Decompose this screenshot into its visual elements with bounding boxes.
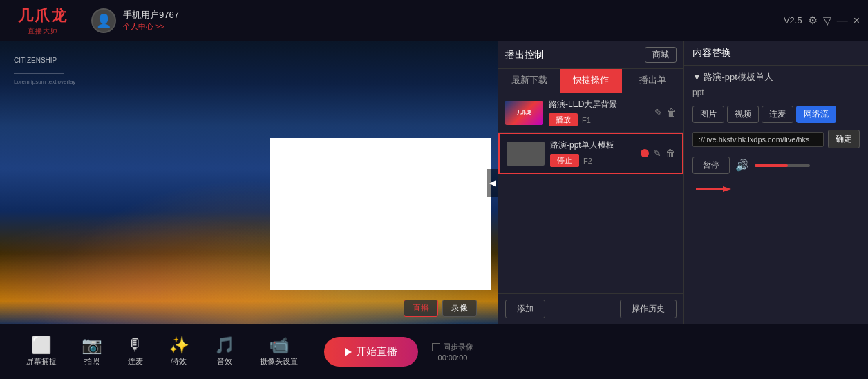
control-footer: 添加 操作历史 xyxy=(498,293,683,324)
photo-label: 拍照 xyxy=(84,356,100,367)
content-panel: 内容替换 ▼ 路演-ppt模板单人 ppt 图片 视频 连麦 网络流 确定 暂停… xyxy=(684,41,868,324)
tool-cohost[interactable]: 🎙 连麦 xyxy=(115,337,156,367)
start-live-label: 开始直播 xyxy=(356,345,397,358)
camera-label: 摄像头设置 xyxy=(260,356,298,367)
tool-photo[interactable]: 📷 拍照 xyxy=(69,337,115,367)
tab-quick[interactable]: 快捷操作 xyxy=(560,69,621,93)
cohost-label: 连麦 xyxy=(128,356,143,367)
avatar: 👤 xyxy=(91,8,116,33)
screen-capture-icon: ⬜ xyxy=(31,337,52,353)
volume-icon[interactable]: 🔊 xyxy=(735,159,749,172)
username: 手机用户9767 xyxy=(123,9,179,21)
stream-url-input[interactable] xyxy=(692,132,824,147)
settings-icon[interactable]: ⚙ xyxy=(808,14,818,27)
playlist-area: 几爪龙 路演-LED大屏背景 播放 F1 ✎ 🗑 xyxy=(498,93,683,293)
tab-stream[interactable]: 网络流 xyxy=(796,106,836,123)
delete-icon-1[interactable]: 🗑 xyxy=(667,107,677,118)
volume-fill xyxy=(755,164,788,167)
key-label-2: F2 xyxy=(583,157,592,165)
bottom-toolbar: ⬜ 屏幕捕捉 📷 拍照 🎙 连麦 ✨ 特效 🎵 音效 📹 摄像头设置 开始直播 … xyxy=(0,324,868,379)
playlist-item[interactable]: 几爪龙 路演-LED大屏背景 播放 F1 ✎ 🗑 xyxy=(498,93,683,133)
ppt-white-box xyxy=(270,138,491,290)
control-panel: 播出控制 商城 最新下载 快捷操作 播出单 几爪龙 路演-LED大屏背景 播放 xyxy=(498,41,684,324)
url-row: 确定 xyxy=(684,126,868,153)
profile-link[interactable]: 个人中心 >> xyxy=(123,21,179,32)
preview-panel: CITIZENSHIP ————————— Lorem ipsum text o… xyxy=(0,41,498,324)
key-label-1: F1 xyxy=(582,116,591,124)
avatar-icon: 👤 xyxy=(96,13,111,28)
tab-video[interactable]: 视频 xyxy=(727,106,759,123)
playlist-name-2: 路演-ppt单人模板 xyxy=(550,139,635,151)
volume-slider[interactable] xyxy=(755,164,810,167)
photo-icon: 📷 xyxy=(82,337,102,353)
user-info: 手机用户9767 个人中心 >> xyxy=(123,9,179,32)
close-icon[interactable]: × xyxy=(853,14,860,27)
preview-overlay-text: CITIZENSHIP ————————— Lorem ipsum text o… xyxy=(14,55,75,87)
item-actions-1: ✎ 🗑 xyxy=(654,107,677,118)
audio-label: 音效 xyxy=(217,356,232,367)
cohost-icon: 🎙 xyxy=(127,337,144,353)
tab-co-host[interactable]: 连麦 xyxy=(762,106,793,123)
mall-button[interactable]: 商城 xyxy=(645,47,677,63)
playlist-info-2: 路演-ppt单人模板 停止 F2 xyxy=(550,139,635,167)
delete-icon-2[interactable]: 🗑 xyxy=(666,148,675,159)
playlist-item-active[interactable]: 路演-ppt单人模板 停止 F2 ✎ 🗑 xyxy=(498,133,683,174)
live-record-bar: 直播 录像 xyxy=(404,300,477,317)
content-title: 内容替换 xyxy=(692,47,860,59)
minimize-icon[interactable]: — xyxy=(837,14,848,27)
sync-checkbox-row: 同步录像 xyxy=(432,342,473,352)
playlist-info-1: 路演-LED大屏背景 播放 F1 xyxy=(549,99,649,126)
main-area: CITIZENSHIP ————————— Lorem ipsum text o… xyxy=(0,41,868,324)
user-area: 👤 手机用户9767 个人中心 >> xyxy=(91,8,784,33)
stop-button-2[interactable]: 停止 xyxy=(550,154,579,167)
tool-screen-capture[interactable]: ⬜ 屏幕捕捉 xyxy=(14,337,69,367)
logo-area: 几爪龙 直播大师 xyxy=(8,6,77,36)
add-button[interactable]: 添加 xyxy=(505,300,545,318)
version-icons: ⚙ ▽ — × xyxy=(808,14,860,27)
edit-icon-1[interactable]: ✎ xyxy=(654,107,663,118)
pause-button[interactable]: 暂停 xyxy=(692,157,730,174)
playlist-thumb-1: 几爪龙 xyxy=(505,101,543,125)
version-area: V2.5 ⚙ ▽ — × xyxy=(784,14,860,27)
effects-icon: ✨ xyxy=(169,337,189,353)
sync-checkbox[interactable] xyxy=(432,343,440,351)
effects-label: 特效 xyxy=(171,356,187,367)
arrow-area xyxy=(684,178,868,203)
history-button[interactable]: 操作历史 xyxy=(620,300,677,318)
logo-sub: 直播大师 xyxy=(28,26,58,36)
dropdown-icon[interactable]: ▽ xyxy=(823,14,831,27)
tab-bar: 最新下载 快捷操作 播出单 xyxy=(498,69,683,93)
confirm-button[interactable]: 确定 xyxy=(828,130,860,148)
camera-icon: 📹 xyxy=(269,337,290,353)
sync-record-label: 同步录像 xyxy=(443,342,473,352)
record-mode-button[interactable]: 录像 xyxy=(442,300,477,317)
tool-effects[interactable]: ✨ 特效 xyxy=(156,337,202,367)
logo-main: 几爪龙 xyxy=(18,6,68,26)
tab-latest[interactable]: 最新下载 xyxy=(498,69,560,93)
pause-row: 暂停 🔊 xyxy=(684,153,868,178)
live-mode-button[interactable]: 直播 xyxy=(404,300,438,317)
collapse-button[interactable]: ◀ xyxy=(487,169,498,197)
arrow-indicator xyxy=(692,182,734,196)
control-header: 播出控制 商城 xyxy=(498,41,683,69)
play-triangle-icon xyxy=(345,348,352,356)
item-actions-2: ✎ 🗑 xyxy=(641,148,675,159)
thumb-gray-2 xyxy=(507,142,545,166)
tab-image[interactable]: 图片 xyxy=(692,106,724,123)
action-btns-row-2: 停止 F2 xyxy=(550,154,635,167)
tool-camera[interactable]: 📹 摄像头设置 xyxy=(247,337,310,367)
action-btns-row-1: 播放 F1 xyxy=(549,113,649,126)
screen-capture-label: 屏幕捕捉 xyxy=(26,356,57,367)
tool-audio[interactable]: 🎵 音效 xyxy=(202,337,247,367)
start-live-button[interactable]: 开始直播 xyxy=(324,337,418,367)
control-title: 播出控制 xyxy=(505,49,641,61)
play-button-1[interactable]: 播放 xyxy=(549,113,578,126)
thumb-gradient-1: 几爪龙 xyxy=(505,101,543,125)
content-header: 内容替换 xyxy=(684,41,868,66)
sync-time: 00:00:00 xyxy=(438,353,468,362)
tab-playlist[interactable]: 播出单 xyxy=(622,69,683,93)
status-dot-2 xyxy=(641,149,649,157)
preview-video: CITIZENSHIP ————————— Lorem ipsum text o… xyxy=(0,41,498,324)
edit-icon-2[interactable]: ✎ xyxy=(653,148,661,159)
content-section-title: ▼ 路演-ppt模板单人 xyxy=(684,66,868,86)
